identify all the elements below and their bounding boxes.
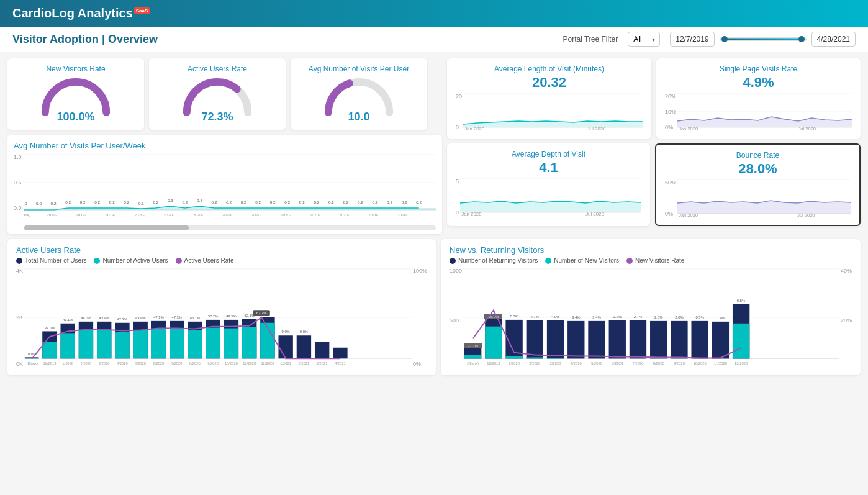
avg-depth-card: Average Depth of Visit 4.1 5 0	[447, 143, 650, 226]
app-logo: CardioLog AnalyticsSaaS	[12, 6, 150, 20]
svg-text:0.1: 0.1	[138, 201, 143, 206]
y-0: 0	[456, 124, 462, 130]
svg-text:0.5%: 0.5%	[696, 316, 704, 319]
y-20pct: 20%	[665, 93, 676, 99]
svg-text:Jan 2020: Jan 2020	[464, 126, 484, 130]
svg-text:0.2: 0.2	[65, 200, 71, 204]
svg-text:67.7%: 67.7%	[256, 311, 267, 315]
svg-text:(Blank): (Blank)	[26, 361, 38, 365]
single-page-chart-body: 20% 10% 0% Jan 2020	[665, 93, 852, 132]
svg-text:2.3%: 2.3%	[613, 315, 622, 319]
legend-label-returning: Number of Returning Visitors	[458, 257, 538, 264]
legend-dot-new	[545, 258, 551, 264]
date-start[interactable]: 12/7/2019	[670, 32, 714, 47]
avg-depth-value: 4.1	[456, 160, 641, 176]
svg-text:0.2: 0.2	[109, 200, 114, 204]
svg-text:49.5%: 49.5%	[226, 314, 237, 318]
top-bar: Visitor Adoption | Overview Portal Tree …	[0, 27, 868, 52]
y-label-0: 0.0	[14, 205, 22, 211]
svg-text:2020-...: 2020-...	[397, 212, 411, 217]
svg-text:2020-...: 2020-...	[339, 212, 353, 217]
svg-rect-83	[97, 330, 111, 358]
date-range-slider[interactable]	[720, 37, 807, 41]
single-page-svg-wrap: Jan 2020 Jul 2020	[677, 93, 852, 132]
avg-length-title: Average Length of Visit (Minutes)	[456, 65, 643, 73]
svg-text:1/2020: 1/2020	[509, 361, 520, 365]
avg-length-svg-wrap: Jan 2020 Jul 2020	[463, 93, 643, 132]
svg-rect-77	[61, 333, 75, 358]
svg-rect-107	[242, 327, 256, 359]
avg-length-y-axis: 20 0	[456, 93, 462, 130]
svg-text:Jan 2020: Jan 2020	[679, 126, 698, 130]
gauge-title-new-visitors: New Visitors Rate	[46, 65, 105, 73]
active-users-chart: Active Users Rate Total Number of Users …	[7, 239, 436, 375]
logo-text-cardio: CardioLog	[12, 6, 78, 20]
legend-new: Number of New Visitors	[545, 257, 619, 264]
svg-text:10/2020: 10/2020	[694, 361, 707, 365]
weekly-chart-title: Avg Number of Visits Per User/Week	[14, 141, 436, 150]
svg-text:2020-...: 2020-...	[368, 212, 382, 217]
svg-text:1/2021: 1/2021	[280, 361, 291, 365]
svg-text:0.0: 0.0	[36, 201, 42, 206]
svg-text:27.7%: 27.7%	[468, 344, 478, 348]
weekly-visits-chart: Avg Number of Visits Per User/Week 1.0 0…	[7, 135, 442, 234]
active-users-chart-title: Active Users Rate	[16, 245, 427, 255]
svg-text:2020-...: 2020-...	[251, 212, 264, 217]
avg-depth-title: Average Depth of Visit	[456, 150, 641, 158]
filter-label: Portal Tree Filter	[563, 35, 618, 43]
svg-text:0.2: 0.2	[401, 200, 407, 204]
avg-depth-y-axis: 5 0	[456, 178, 459, 216]
filter-area: Portal Tree Filter All 12/7/2019 4/28/20…	[563, 32, 856, 47]
y-0pct-bounce: 0%	[665, 211, 676, 217]
nvr-y-left: 1000 500	[450, 268, 462, 367]
svg-text:5.5%: 5.5%	[737, 299, 745, 302]
portal-tree-filter-select[interactable]: All	[628, 32, 660, 47]
chart-scrollbar[interactable]	[24, 225, 436, 230]
svg-text:0.0%: 0.0%	[282, 330, 290, 334]
scrollbar-thumb[interactable]	[24, 225, 189, 230]
y-label-1: 1.0	[14, 154, 22, 160]
y-5: 5	[456, 178, 459, 184]
svg-text:12/2020: 12/2020	[735, 361, 748, 365]
avg-length-chart-body: 20 0 Jan 2020 Jul 2020	[456, 93, 643, 132]
slider-thumb-left[interactable]	[721, 36, 728, 42]
gauge-card-active-users: Active Users Rate 72.3%	[149, 58, 286, 130]
saas-badge: SaaS	[134, 7, 150, 14]
svg-text:0.0%: 0.0%	[300, 330, 308, 334]
svg-rect-74	[42, 342, 57, 358]
svg-text:2019-...: 2019-...	[76, 212, 89, 217]
logo-text-analytics: Analytics	[78, 6, 133, 20]
active-users-y-right: 100% 0%	[413, 268, 427, 367]
svg-rect-117	[315, 342, 329, 358]
svg-text:3/2020: 3/2020	[99, 361, 111, 365]
avg-length-value: 20.32	[456, 75, 643, 91]
bounce-rate-chart-body: 50% 0% Jan 2020 Jul 2020	[665, 179, 851, 219]
svg-text:0.2: 0.2	[328, 200, 333, 204]
y-label-0-5: 0.5	[14, 179, 22, 186]
svg-text:3.4%: 3.4%	[572, 316, 580, 319]
legend-dot-rate	[176, 258, 182, 264]
left-column: New Visitors Rate 100.0% Active Users Ra…	[7, 58, 442, 234]
svg-rect-101	[206, 328, 220, 359]
legend-total-users: Total Number of Users	[16, 257, 86, 264]
svg-text:12/2020: 12/2020	[261, 361, 274, 365]
svg-text:0.2: 0.2	[314, 200, 319, 204]
svg-text:5/2020: 5/2020	[591, 361, 603, 365]
svg-text:0.2: 0.2	[269, 200, 275, 204]
svg-text:0.2: 0.2	[211, 200, 217, 204]
single-page-y-axis: 20% 10% 0%	[665, 93, 676, 130]
legend-label-total: Total Number of Users	[25, 257, 86, 264]
svg-rect-154	[547, 320, 564, 359]
svg-rect-155	[547, 358, 564, 358]
svg-text:2/2020: 2/2020	[81, 361, 93, 365]
legend-new-rate: New Visitors Rate	[626, 257, 684, 264]
gauge-value-new-visitors: 100.0%	[57, 111, 94, 124]
date-end[interactable]: 4/28/2021	[811, 32, 856, 47]
gauge-svg-avg-visits	[322, 76, 396, 116]
svg-rect-152	[527, 358, 543, 359]
svg-text:4.7%: 4.7%	[531, 315, 539, 319]
legend-active-rate: Active Users Rate	[176, 257, 234, 264]
slider-thumb-right[interactable]	[798, 36, 805, 42]
legend-label-new-rate: New Visitors Rate	[635, 257, 684, 264]
portal-tree-filter-wrapper[interactable]: All	[628, 32, 660, 47]
